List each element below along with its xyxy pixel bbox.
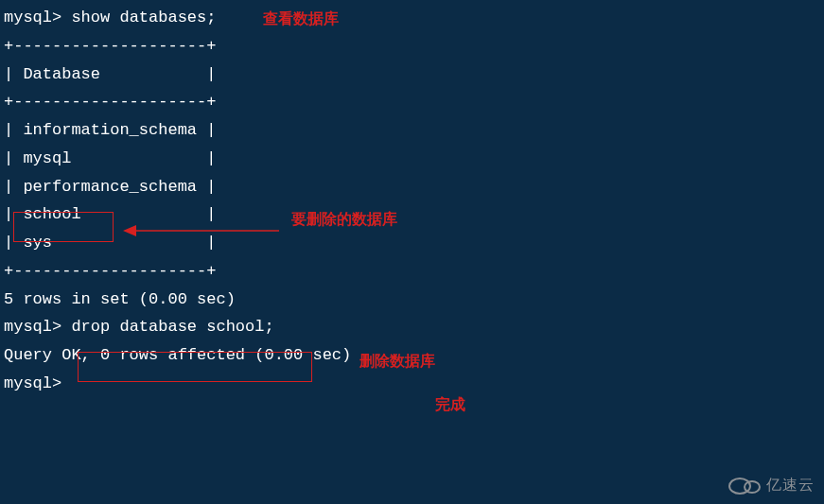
prompt: mysql> bbox=[4, 318, 71, 336]
highlight-box-school bbox=[13, 212, 114, 242]
watermark-text: 亿速云 bbox=[766, 472, 815, 498]
annotation-to-delete: 要删除的数据库 bbox=[291, 206, 397, 233]
command-line-1: mysql> show databases; bbox=[4, 4, 820, 32]
table-border-top: +--------------------+ bbox=[4, 32, 820, 61]
svg-point-3 bbox=[745, 481, 760, 493]
result-line: 5 rows in set (0.00 sec) bbox=[4, 286, 820, 314]
annotation-delete-database: 删除数据库 bbox=[359, 348, 435, 374]
annotation-done: 完成 bbox=[435, 391, 465, 418]
terminal-output: mysql> show databases; +----------------… bbox=[4, 4, 820, 398]
prompt: mysql> bbox=[4, 374, 61, 392]
command: drop database school; bbox=[71, 318, 273, 336]
svg-marker-1 bbox=[123, 225, 136, 236]
table-row: | mysql | bbox=[4, 145, 820, 173]
table-border-bottom: +--------------------+ bbox=[4, 257, 820, 286]
command-line-2: mysql> drop database school; bbox=[4, 313, 820, 341]
arrow-icon bbox=[123, 224, 279, 226]
highlight-box-drop-command bbox=[78, 352, 312, 382]
command: show databases; bbox=[71, 9, 216, 26]
watermark: 亿速云 bbox=[727, 472, 815, 498]
prompt: mysql> bbox=[4, 9, 71, 26]
table-border-mid: +--------------------+ bbox=[4, 88, 820, 116]
table-row: | performance_schema | bbox=[4, 173, 820, 201]
table-row: | information_schema | bbox=[4, 116, 820, 145]
cloud-icon bbox=[727, 475, 763, 495]
table-header: | Database | bbox=[4, 61, 820, 89]
annotation-view-database: 查看数据库 bbox=[263, 6, 339, 32]
